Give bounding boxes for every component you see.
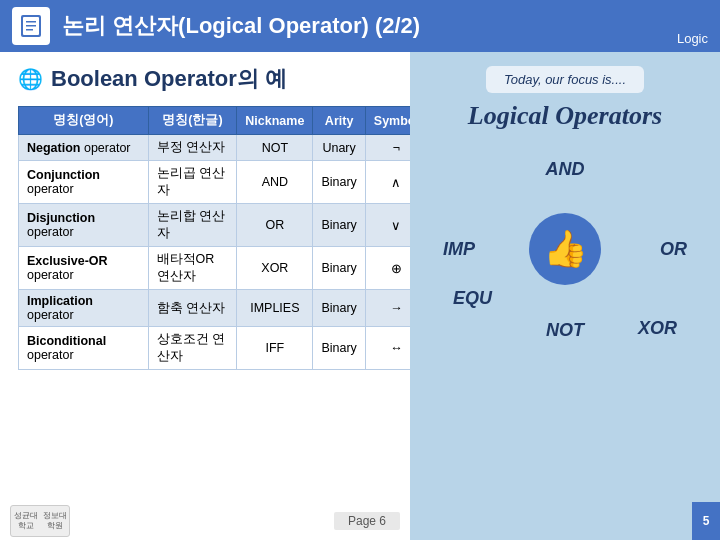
label-or: OR <box>660 239 687 260</box>
cell-arity: Binary <box>313 204 365 247</box>
book-icon <box>17 12 45 40</box>
table-header-row: 명칭(영어) 명칭(한글) Nickname Arity Symbol <box>19 107 428 135</box>
cell-arity: Binary <box>313 327 365 370</box>
svg-rect-2 <box>26 21 36 23</box>
footer: 성균대학교 정보대학원 Page 6 <box>0 502 410 540</box>
right-panel: Today, our focus is.... Logical Operator… <box>410 52 720 540</box>
cell-arity: Binary <box>313 247 365 290</box>
cell-en: Exclusive-OR operator <box>19 247 149 290</box>
footer-logo: 성균대학교 정보대학원 <box>10 505 70 537</box>
table-row: Implication operator함축 연산자IMPLIESBinary→ <box>19 290 428 327</box>
cell-nickname: OR <box>237 204 313 247</box>
label-xor: XOR <box>638 318 677 339</box>
cell-nickname: IMPLIES <box>237 290 313 327</box>
cell-en: Negation operator <box>19 135 149 161</box>
logical-ops-title: Logical Operators <box>468 101 662 131</box>
logo-line1: 성균대학교 <box>11 511 40 530</box>
cell-ko: 함축 연산자 <box>148 290 237 327</box>
label-equ: EQU <box>453 288 492 309</box>
label-imp: IMP <box>443 239 475 260</box>
header-icon <box>12 7 50 45</box>
thumb-emoji: 👍 <box>543 228 588 270</box>
cell-ko: 부정 연산자 <box>148 135 237 161</box>
cell-ko: 상호조건 연산자 <box>148 327 237 370</box>
cell-nickname: IFF <box>237 327 313 370</box>
cell-en: Implication operator <box>19 290 149 327</box>
focus-box: Today, our focus is.... <box>486 66 644 93</box>
cell-nickname: NOT <box>237 135 313 161</box>
cell-en: Conjunction operator <box>19 161 149 204</box>
table-row: Biconditional operator상호조건 연산자IFFBinary↔ <box>19 327 428 370</box>
page-title: 논리 연산자(Logical Operator) (2/2) <box>62 11 708 41</box>
cell-ko: 논리곱 연산자 <box>148 161 237 204</box>
cell-en: Biconditional operator <box>19 327 149 370</box>
table-row: Negation operator부정 연산자NOTUnary¬ <box>19 135 428 161</box>
table-row: Disjunction operator논리합 연산자ORBinary∨ <box>19 204 428 247</box>
focus-text: Today, our focus is.... <box>504 72 626 87</box>
table-row: Exclusive-OR operator배타적OR 연산자XORBinary⊕ <box>19 247 428 290</box>
col-header-ko: 명칭(한글) <box>148 107 237 135</box>
thumb-icon: 👍 <box>529 213 601 285</box>
label-not: NOT <box>546 320 584 341</box>
svg-rect-3 <box>26 25 36 27</box>
cell-arity: Unary <box>313 135 365 161</box>
cell-nickname: XOR <box>237 247 313 290</box>
label-and: AND <box>546 159 585 180</box>
col-header-arity: Arity <box>313 107 365 135</box>
cell-arity: Binary <box>313 290 365 327</box>
section-title-icon: 🌐 <box>18 67 43 91</box>
header: 논리 연산자(Logical Operator) (2/2) Logic <box>0 0 720 52</box>
operator-table: 명칭(영어) 명칭(한글) Nickname Arity Symbol Nega… <box>18 106 428 370</box>
ops-diagram: AND OR XOR NOT IMP EQU 👍 <box>435 149 695 349</box>
section-title-text: Boolean Operator의 예 <box>51 64 287 94</box>
footer-page: Page 6 <box>334 512 400 530</box>
cell-en: Disjunction operator <box>19 204 149 247</box>
cell-ko: 배타적OR 연산자 <box>148 247 237 290</box>
logo-line2: 정보대학원 <box>40 511 69 530</box>
cell-ko: 논리합 연산자 <box>148 204 237 247</box>
cell-nickname: AND <box>237 161 313 204</box>
svg-rect-4 <box>26 29 33 31</box>
col-header-nickname: Nickname <box>237 107 313 135</box>
header-tag: Logic <box>677 31 708 46</box>
table-row: Conjunction operator논리곱 연산자ANDBinary∧ <box>19 161 428 204</box>
slide-number: 5 <box>692 502 720 540</box>
cell-arity: Binary <box>313 161 365 204</box>
col-header-en: 명칭(영어) <box>19 107 149 135</box>
